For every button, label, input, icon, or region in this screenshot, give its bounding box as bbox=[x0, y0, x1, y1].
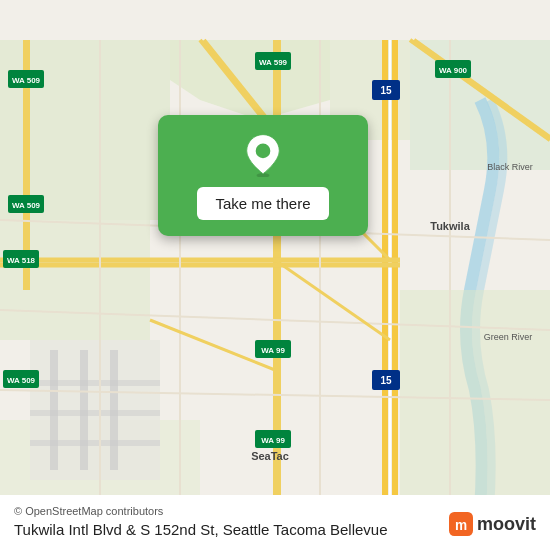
location-pin-icon bbox=[241, 133, 285, 177]
map-svg: 15 15 WA 509 WA 509 WA 518 WA 599 WA 900… bbox=[0, 0, 550, 550]
svg-text:15: 15 bbox=[380, 85, 392, 96]
svg-rect-12 bbox=[30, 380, 160, 386]
svg-text:WA 599: WA 599 bbox=[259, 58, 288, 67]
moovit-brand-name: moovit bbox=[477, 514, 536, 535]
svg-text:Black River: Black River bbox=[487, 162, 533, 172]
svg-text:WA 509: WA 509 bbox=[7, 376, 36, 385]
map-container: 15 15 WA 509 WA 509 WA 518 WA 599 WA 900… bbox=[0, 0, 550, 550]
moovit-icon: m bbox=[449, 512, 473, 536]
svg-text:WA 518: WA 518 bbox=[7, 256, 36, 265]
svg-text:Green River: Green River bbox=[484, 332, 533, 342]
svg-text:WA 99: WA 99 bbox=[261, 436, 285, 445]
take-me-there-button[interactable]: Take me there bbox=[197, 187, 328, 220]
svg-text:WA 99: WA 99 bbox=[261, 346, 285, 355]
svg-point-63 bbox=[256, 144, 271, 159]
svg-text:Tukwila: Tukwila bbox=[430, 220, 470, 232]
svg-text:m: m bbox=[455, 518, 467, 533]
svg-text:WA 900: WA 900 bbox=[439, 66, 468, 75]
svg-text:WA 509: WA 509 bbox=[12, 201, 41, 210]
svg-rect-13 bbox=[30, 410, 160, 416]
map-background: 15 15 WA 509 WA 509 WA 518 WA 599 WA 900… bbox=[0, 0, 550, 550]
svg-text:SeaTac: SeaTac bbox=[251, 450, 289, 462]
svg-rect-14 bbox=[30, 440, 160, 446]
popup-card: Take me there bbox=[158, 115, 368, 236]
bottom-bar: © OpenStreetMap contributors Tukwila Int… bbox=[0, 495, 550, 550]
svg-rect-2 bbox=[0, 220, 150, 340]
moovit-logo: m moovit bbox=[449, 512, 536, 536]
svg-text:15: 15 bbox=[380, 375, 392, 386]
svg-text:WA 509: WA 509 bbox=[12, 76, 41, 85]
